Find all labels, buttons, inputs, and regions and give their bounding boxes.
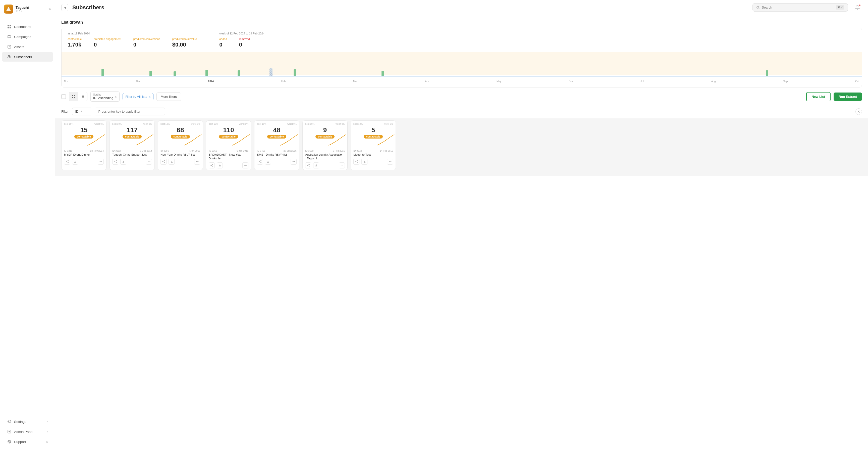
grid-icon: [72, 95, 75, 98]
sidebar-item-dashboard[interactable]: Dashboard: [2, 22, 53, 31]
svg-point-33: [198, 161, 198, 162]
card-meta: ID 3458 27 Jan 2015: [257, 149, 297, 152]
card-number: 68: [160, 126, 200, 134]
card-more-button[interactable]: [98, 159, 104, 165]
notification-bell-button[interactable]: [853, 3, 862, 12]
card-more-button[interactable]: [242, 162, 248, 168]
run-extract-button[interactable]: Run Extract: [834, 92, 862, 101]
card-meta: ID 3538 6 Feb 2015: [305, 149, 345, 152]
svg-point-50: [342, 165, 342, 166]
chart-label-feb: Feb: [281, 80, 285, 83]
dashboard-icon: [7, 24, 11, 29]
list-item[interactable]: best 10% worst 0% 15 contactable ID 3211…: [61, 120, 106, 170]
svg-point-22: [116, 160, 116, 161]
sidebar-chevron-icon[interactable]: ⇅: [49, 7, 51, 11]
card-download-button[interactable]: [313, 162, 319, 168]
notification-badge: [859, 4, 861, 6]
predicted-engagement-stat: predicted engagement 0: [94, 37, 121, 48]
card-actions: [209, 162, 248, 168]
sidebar-item-settings[interactable]: Settings ›: [2, 417, 53, 426]
list-item[interactable]: best 10% worst 0% 68 contactable ID 3356…: [158, 120, 203, 170]
card-download-button[interactable]: [217, 162, 223, 168]
card-download-button[interactable]: [120, 159, 126, 165]
card-more-button[interactable]: [194, 159, 200, 165]
added-label: added: [219, 37, 227, 40]
search-input[interactable]: [762, 5, 834, 9]
card-download-button[interactable]: [265, 159, 271, 165]
svg-point-37: [244, 165, 245, 166]
search-icon: [756, 6, 760, 9]
select-all-checkbox[interactable]: [61, 94, 66, 99]
chart-label-jun: Jun: [569, 80, 573, 83]
filter-row: Filter: ID ⇅ ✕: [55, 106, 868, 118]
svg-point-32: [197, 161, 197, 162]
sidebar-item-campaigns[interactable]: Campaigns: [2, 32, 53, 41]
svg-point-20: [100, 161, 101, 162]
subscribers-label: Subscribers: [14, 55, 32, 59]
sidebar-item-assets[interactable]: Assets: [2, 42, 53, 52]
page-title: Subscribers: [72, 4, 104, 11]
search-bar[interactable]: ⌘ K: [752, 3, 848, 11]
grid-view-button[interactable]: [69, 92, 78, 101]
chart-label-sep: Sep: [783, 80, 788, 83]
card-share-button[interactable]: [64, 159, 70, 165]
cards-grid: best 10% worst 0% 15 contactable ID 3211…: [55, 118, 868, 176]
svg-point-16: [68, 160, 68, 161]
svg-point-11: [757, 6, 759, 8]
chart-label-jul: Jul: [641, 80, 644, 83]
svg-point-23: [114, 161, 115, 162]
chart-baseline: [62, 76, 862, 77]
list-item[interactable]: best 10% worst 0% 117 contactable ID 328…: [110, 120, 155, 170]
sidebar-item-support[interactable]: Support ⇅: [2, 437, 53, 447]
card-share-button[interactable]: [257, 159, 263, 165]
more-filters-button[interactable]: More filters: [156, 92, 181, 101]
card-info: ID 3538 6 Feb 2015 Australian Loyalty As…: [303, 147, 347, 170]
svg-point-7: [8, 421, 10, 422]
card-name: BROADCAST - New Year Drinks list: [209, 153, 248, 160]
chart-label-may: May: [497, 80, 501, 83]
filter-input[interactable]: [95, 108, 165, 115]
card-share-button[interactable]: [112, 159, 118, 165]
new-list-button[interactable]: New List: [806, 92, 831, 101]
card-download-button[interactable]: [362, 159, 367, 165]
card-more-button[interactable]: [146, 159, 152, 165]
card-name: SMS - Drinks RSVP list: [257, 153, 297, 157]
card-date: 6 Jan 2015: [237, 149, 248, 152]
card-share-button[interactable]: [305, 162, 311, 168]
card-more-button[interactable]: [290, 159, 297, 165]
sidebar-item-subscribers[interactable]: Subscribers: [2, 52, 53, 62]
support-icon: [7, 440, 11, 444]
sidebar-logo[interactable]: Taguchi ID 12 ⇅: [0, 0, 55, 18]
svg-point-19: [99, 161, 100, 162]
card-share-button[interactable]: [353, 159, 360, 165]
card-download-button[interactable]: [168, 159, 175, 165]
filter-field-select[interactable]: ID ⇅: [72, 108, 92, 115]
list-item[interactable]: best 10% worst 0% 9 contactable ID 3538 …: [302, 120, 348, 170]
collapse-sidebar-button[interactable]: ◀: [61, 4, 68, 11]
card-date: 8 Dec 2014: [140, 149, 152, 152]
list-item[interactable]: best 10% worst 0% 110 contactable ID 335…: [206, 120, 251, 170]
chart-label-dec: Dec: [136, 80, 141, 83]
admin-icon: [7, 429, 11, 434]
filter-select[interactable]: Filter by All lists ⇅: [123, 93, 153, 100]
content-area: List growth as at 19 Feb 2024 contactabl…: [55, 15, 868, 450]
svg-point-57: [391, 161, 391, 162]
sort-select[interactable]: Sort by ID: Ascending ⇅: [90, 91, 120, 102]
list-item[interactable]: best 10% worst 0% 5 contactable ID 3572 …: [351, 120, 396, 170]
svg-point-27: [149, 161, 150, 162]
card-share-button[interactable]: [160, 159, 166, 165]
card-id: ID 3538: [305, 149, 313, 152]
card-more-button[interactable]: [339, 162, 345, 168]
list-view-button[interactable]: [78, 92, 87, 101]
filter-close-button[interactable]: ✕: [856, 108, 862, 115]
card-id: ID 3211: [64, 149, 72, 152]
list-item[interactable]: best 10% worst 0% 48 contactable ID 3458…: [254, 120, 299, 170]
card-more-button[interactable]: [387, 159, 393, 165]
sort-by-value: ID: Ascending: [93, 96, 113, 100]
card-download-button[interactable]: [72, 159, 78, 165]
svg-rect-12: [72, 95, 73, 96]
card-best: best 10%: [257, 123, 267, 125]
card-share-button[interactable]: [209, 162, 215, 168]
sidebar-item-admin[interactable]: Admin Panel ›: [2, 427, 53, 437]
chart-bar-7: [293, 69, 296, 76]
